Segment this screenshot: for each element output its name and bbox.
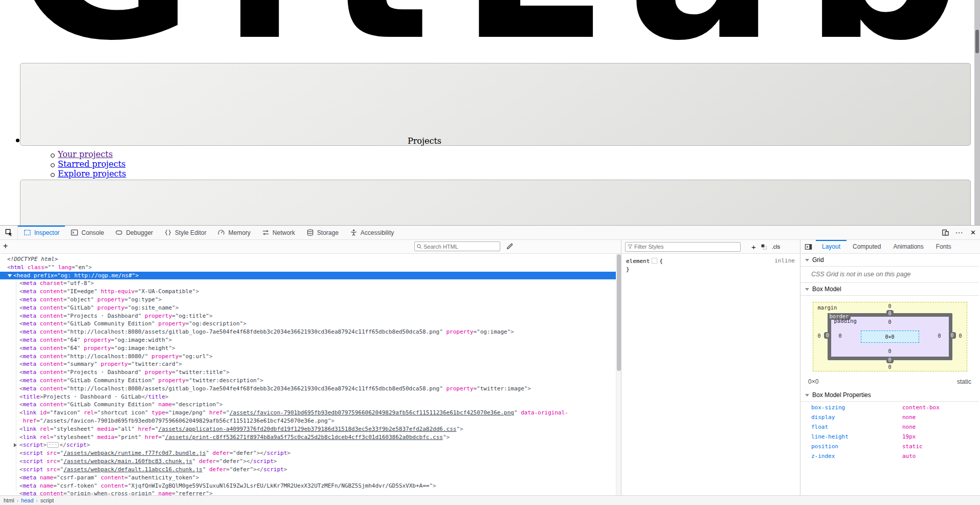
markup-line[interactable]: <meta content="http://localhost:8080/ass… [0,328,621,336]
markup-line[interactable]: <meta charset="utf-8"> [0,279,621,288]
tab-style-editor[interactable]: Style Editor [159,226,212,239]
padding-right-value[interactable]: 0 [934,333,945,339]
tab-fonts[interactable]: Fonts [930,240,957,253]
border-bottom-value[interactable]: 0 [886,357,894,363]
markup-line[interactable]: <meta content="GitLab Community Edition"… [0,401,621,409]
markup-line[interactable]: <meta content="64" property="og:image:he… [0,344,621,353]
border-top-value[interactable]: 0 [886,310,894,317]
search-html-input[interactable] [422,243,498,250]
markup-scrollbar-thumb[interactable] [617,254,621,371]
rule-source-link[interactable]: inline [774,257,795,264]
box-model-diagram[interactable]: 0×0 margin border padding 0 0 0 0 0 0 0 … [813,302,967,371]
breadcrumb-item-html[interactable]: html [4,497,14,503]
markup-token: stylesheet [57,434,91,441]
markup-line[interactable]: <meta name="csrf-token" content="XjqfQnW… [0,482,621,490]
link-explore-projects[interactable]: Explore projects [58,169,126,179]
markup-line[interactable]: <script src="/assets/webpack/runtime.f77… [0,449,621,457]
sidebar-toggle-button[interactable] [800,240,816,253]
pseudo-class-button[interactable] [761,244,767,250]
margin-bottom-value[interactable]: 0 [885,364,895,370]
markup-line[interactable]: <script>···</script> [0,441,621,449]
page-scrollbar[interactable] [974,0,980,225]
link-starred-projects[interactable]: Starred projects [58,159,126,169]
markup-line[interactable]: <link rel="stylesheet" media="all" href=… [0,425,621,433]
margin-left-value[interactable]: 0 [814,333,825,339]
markup-line[interactable]: href="/assets/favicon-7901bd695fb93edb07… [0,417,621,425]
page-scrollbar-thumb[interactable] [975,30,979,53]
markup-line[interactable]: <meta content="GitLab" property="og:site… [0,304,621,312]
markup-line[interactable]: <script src="/assets/webpack/default.11a… [0,466,621,474]
markup-line[interactable]: <meta content="IE=edge" http-equiv="X-UA… [0,288,621,296]
markup-scrollbar[interactable] [616,254,621,496]
markup-line[interactable]: <title>Projects · Dashboard · GitLab</ti… [0,393,621,401]
collapse-twisty-icon[interactable] [8,272,13,280]
markup-line[interactable]: <meta content="GitLab Community Edition"… [0,320,621,328]
box-model-content-box[interactable]: 0×0 [861,331,919,343]
margin-right-value[interactable]: 0 [955,333,966,339]
margin-top-value[interactable]: 0 [885,303,895,309]
markup-line[interactable]: <meta content="GitLab Community Edition"… [0,377,621,385]
rule-selector-line[interactable]: element{ [626,257,800,266]
tab-inspector[interactable]: Inspector [18,226,65,239]
markup-token: meta [23,401,37,408]
tab-accessibility[interactable]: Accessibility [344,226,399,239]
filter-styles-input[interactable] [633,243,739,250]
markup-token [209,450,213,456]
markup-line[interactable]: <meta content="http://localhost:8080/" p… [0,353,621,361]
collapsed-content-icon[interactable]: ··· [47,442,59,448]
filter-icon [627,244,633,250]
box-model-properties-header[interactable]: Box Model Properties [800,389,979,402]
tab-memory[interactable]: Memory [212,226,256,239]
tab-console[interactable]: Console [65,226,109,239]
markup-token: object [70,296,91,303]
markup-token [43,466,47,473]
devtools-close-button[interactable]: ✕ [966,226,980,239]
element-target-icon[interactable] [652,258,657,264]
add-rule-button[interactable]: + [751,243,756,251]
responsive-design-button[interactable] [939,226,952,239]
box-model-wrap: 0×0 margin border padding 0 0 0 0 0 0 0 … [800,296,979,374]
border-left-value[interactable]: 0 [824,332,831,339]
markup-line[interactable]: <meta content="Projects · Dashboard" pro… [0,368,621,377]
devtools-menu-button[interactable]: ⋯ [952,226,966,239]
tab-computed[interactable]: Computed [847,240,887,253]
markup-line[interactable]: <link rel="stylesheet" media="print" hre… [0,433,621,442]
tab-layout[interactable]: Layout [816,240,847,253]
markup-token: < [19,313,23,319]
markup-line[interactable]: <!DOCTYPE html> [0,255,621,264]
border-right-value[interactable]: 0 [949,332,956,339]
pseudo-class-icon [761,244,767,250]
markup-token: =" [36,418,43,424]
markup-token: html [11,264,25,271]
markup-line[interactable]: <meta content="object" property="og:type… [0,296,621,304]
markup-line[interactable]: <script src="/assets/webpack/main.160fbc… [0,457,621,466]
breadcrumb-item-head[interactable]: head [21,497,33,503]
markup-line[interactable]: <link id="favicon" rel="shortcut icon" t… [0,409,621,417]
add-node-button[interactable]: + [3,241,8,251]
markup-line[interactable]: <meta content="http://localhost:8080/ass… [0,385,621,393]
markup-line[interactable]: <meta content="64" property="og:image:wi… [0,336,621,344]
padding-top-value[interactable]: 0 [885,319,895,325]
expand-twisty-icon[interactable] [14,442,19,450]
tab-network[interactable]: Network [256,226,301,239]
markup-line[interactable]: <html class="" lang="en"> [0,264,621,272]
padding-bottom-value[interactable]: 0 [885,348,895,354]
box-model-section-header[interactable]: Box Model [800,283,979,296]
eyedropper-button[interactable] [506,243,514,250]
markup-line[interactable]: <meta name="csrf-param" content="authent… [0,474,621,482]
grid-section-header[interactable]: Grid [800,254,979,267]
link-your-projects[interactable]: Your projects [58,149,113,159]
tab-storage[interactable]: Storage [301,226,344,239]
markup-token: authenticity_token [131,474,192,481]
projects-button[interactable] [20,63,971,146]
tab-debugger[interactable]: Debugger [109,226,159,239]
tab-animations[interactable]: Animations [887,240,929,253]
class-toggle-button[interactable]: .cls [772,244,781,250]
markup-line[interactable]: <meta content="Projects · Dashboard" pro… [0,312,621,320]
markup-line[interactable]: <meta content="summary" property="twitte… [0,360,621,368]
pick-element-button[interactable] [0,226,18,239]
breadcrumb-item-script[interactable]: script [40,497,54,503]
padding-left-value[interactable]: 0 [835,333,845,339]
markup-token: og:image:height [118,345,168,352]
markup-line[interactable]: <head prefix="og: http://ogp.me/ns#"> [0,272,621,280]
